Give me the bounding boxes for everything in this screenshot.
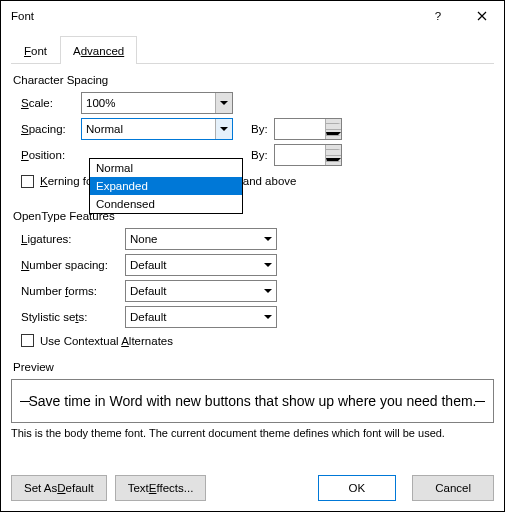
cancel-button[interactable]: Cancel [412,475,494,501]
ligatures-dropdown-button[interactable] [260,229,276,249]
tab-advanced[interactable]: Advanced [60,36,137,64]
chevron-down-icon [264,263,272,267]
spacing-dropdown-button[interactable] [215,119,232,139]
help-button[interactable]: ? [416,1,460,31]
spacing-by-input[interactable] [275,119,325,139]
ok-button[interactable]: OK [318,475,397,501]
spacing-option-normal[interactable]: Normal [90,159,242,177]
scale-dropdown-button[interactable] [215,93,232,113]
chevron-down-icon [220,101,228,105]
chevron-down-icon [264,289,272,293]
spin-up[interactable] [325,119,341,130]
numspacing-input[interactable] [126,255,260,275]
contextual-alternates-checkbox[interactable] [21,334,34,347]
scale-label: Scale: [21,97,81,109]
set-as-default-button[interactable]: Set As Default [11,475,107,501]
spacing-option-condensed[interactable]: Condensed [90,195,242,213]
spacing-combo[interactable] [81,118,233,140]
spacing-dropdown-list[interactable]: Normal Expanded Condensed [89,158,243,214]
position-by-input[interactable] [275,145,325,165]
numforms-input[interactable] [126,281,260,301]
numforms-label: Number forms: [21,285,125,297]
text-effects-button[interactable]: Text Effects... [115,475,207,501]
titlebar: Font ? [1,1,504,31]
preview-text: Save time in Word with new buttons that … [29,393,477,409]
scale-input[interactable] [82,93,215,113]
position-by-spinner[interactable] [274,144,342,166]
dialog-footer: Set As Default Text Effects... OK Cancel [11,475,494,501]
spin-down[interactable] [325,156,341,166]
spacing-by-spinner[interactable] [274,118,342,140]
font-dialog: Font ? Font Advanced Character Spacing S… [0,0,505,512]
spacing-by-label: BBy:y: [251,123,268,135]
numspacing-combo[interactable] [125,254,277,276]
ligatures-label: Ligatures: [21,233,125,245]
spacing-input[interactable] [82,119,215,139]
stylsets-label: Stylistic sets: [21,311,125,323]
close-button[interactable] [460,1,504,31]
contextual-alternates-label: Use Contextual Alternates [40,335,173,347]
character-spacing-title: Character Spacing [13,74,494,86]
preview-title: Preview [13,361,494,373]
tab-font[interactable]: Font [11,36,60,64]
preview-hint: This is the body theme font. The current… [11,427,494,439]
stylsets-dropdown-button[interactable] [260,307,276,327]
numspacing-dropdown-button[interactable] [260,255,276,275]
dialog-title: Font [11,10,416,22]
spacing-label: Spacing: [21,123,81,135]
chevron-down-icon [264,315,272,319]
kerning-checkbox[interactable] [21,175,34,188]
ligatures-input[interactable] [126,229,260,249]
tab-strip: Font Advanced [11,35,494,64]
preview-box: Save time in Word with new buttons that … [11,379,494,423]
ligatures-combo[interactable] [125,228,277,250]
chevron-down-icon [264,237,272,241]
spacing-option-expanded[interactable]: Expanded [90,177,242,195]
position-by-label: By: [251,149,268,161]
scale-combo[interactable] [81,92,233,114]
position-label: Position: [21,149,81,161]
close-icon [477,11,487,21]
spin-down[interactable] [325,130,341,140]
numspacing-label: Number spacing: [21,259,125,271]
numforms-dropdown-button[interactable] [260,281,276,301]
opentype-title: OpenType Features [13,210,494,222]
spin-up[interactable] [325,145,341,156]
chevron-down-icon [220,127,228,131]
numforms-combo[interactable] [125,280,277,302]
stylsets-combo[interactable] [125,306,277,328]
stylsets-input[interactable] [126,307,260,327]
